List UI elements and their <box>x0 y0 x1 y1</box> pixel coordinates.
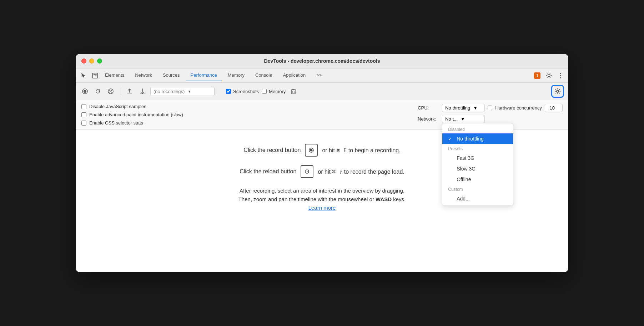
recordings-dropdown[interactable]: (no recordings) ▼ <box>150 87 215 96</box>
disable-js-label: Disable JavaScript samples <box>89 104 146 109</box>
dropdown-add[interactable]: Add... <box>442 193 513 204</box>
svg-point-6 <box>560 75 561 76</box>
maximize-button[interactable] <box>97 58 102 63</box>
instruction-reload-mid: or hit ⌘ ⇧ to record the page load. <box>318 168 404 175</box>
dropdown-custom-label: Custom <box>442 185 513 193</box>
dropdown-add-label: Add... <box>457 196 470 202</box>
network-throttle-arrow: ▼ <box>461 116 465 122</box>
reload-button[interactable] <box>93 86 103 96</box>
capture-settings-button[interactable] <box>551 85 564 98</box>
css-selector-checkbox[interactable] <box>81 121 86 126</box>
hardware-concurrency-input[interactable]: 10 <box>545 104 563 112</box>
dropdown-fast-3g[interactable]: Fast 3G <box>442 153 513 163</box>
disable-js-row: Disable JavaScript samples <box>81 104 183 109</box>
instruction-line2: Then, zoom and pan the timeline with the… <box>238 196 374 202</box>
settings-checkboxes: Disable JavaScript samples Enable advanc… <box>81 104 183 126</box>
check-icon: ✓ <box>448 136 454 142</box>
svg-rect-1 <box>92 73 97 78</box>
network-throttle-button[interactable]: No t... ▼ <box>442 115 485 123</box>
svg-rect-0 <box>81 73 82 74</box>
instruction-block: After recording, select an area of inter… <box>238 187 406 212</box>
tab-bar-right: 1 <box>532 71 565 81</box>
screenshots-checkbox[interactable] <box>226 89 231 94</box>
tab-memory[interactable]: Memory <box>223 70 250 81</box>
instruction-bold: WASD <box>376 196 392 202</box>
svg-point-7 <box>560 77 561 78</box>
record-btn-icon <box>305 144 318 157</box>
svg-point-4 <box>548 75 550 77</box>
trash-icon[interactable] <box>288 86 298 96</box>
memory-checkbox-group: Memory <box>262 89 286 94</box>
inspect-icon[interactable] <box>90 71 100 81</box>
learn-more-link[interactable]: Learn more <box>308 205 336 211</box>
tabs: Elements Network Sources Performance Mem… <box>100 70 532 81</box>
cpu-label: CPU: <box>418 105 439 111</box>
cpu-throttle-row: CPU: No throttling ▼ Hardware concurrenc… <box>418 104 563 112</box>
instruction-record-row: Click the record button or hit ⌘ E to be… <box>243 144 400 157</box>
tab-application[interactable]: Application <box>278 70 311 81</box>
css-selector-label: Enable CSS selector stats <box>89 120 143 126</box>
advanced-paint-checkbox[interactable] <box>81 112 86 117</box>
tab-sources[interactable]: Sources <box>158 70 185 81</box>
settings-panel: Disable JavaScript samples Enable advanc… <box>76 100 568 129</box>
screenshots-label: Screenshots <box>233 89 259 94</box>
instruction-record-pre: Click the record button <box>243 147 301 153</box>
cpu-throttle-arrow: ▼ <box>473 105 478 111</box>
hardware-concurrency-label: Hardware concurrency <box>495 105 542 111</box>
advanced-paint-row: Enable advanced paint instrumentation (s… <box>81 112 183 117</box>
hardware-concurrency-checkbox[interactable] <box>488 106 492 110</box>
tab-console[interactable]: Console <box>250 70 277 81</box>
notification-badge[interactable]: 1 <box>532 72 543 80</box>
instruction-end: keys. <box>393 196 406 202</box>
settings-right-panel: CPU: No throttling ▼ Hardware concurrenc… <box>418 104 563 123</box>
dropdown-slow-3g[interactable]: Slow 3G <box>442 163 513 174</box>
network-throttle-dropdown: Disabled ✓ No throttling Presets Fast 3G <box>442 123 513 206</box>
tab-network[interactable]: Network <box>130 70 157 81</box>
download-button[interactable] <box>137 86 147 96</box>
tab-elements[interactable]: Elements <box>100 70 129 81</box>
traffic-lights <box>81 58 102 63</box>
dropdown-offline[interactable]: Offline <box>442 174 513 185</box>
dropdown-slow-3g-label: Slow 3G <box>457 166 476 172</box>
svg-rect-3 <box>95 74 96 75</box>
minimize-button[interactable] <box>89 58 94 63</box>
notification-icon: 1 <box>534 72 540 79</box>
tab-bar-icons <box>79 71 100 81</box>
reload-btn-icon <box>301 165 313 178</box>
cpu-throttle-button[interactable]: No throttling ▼ <box>442 104 485 112</box>
network-throttle-value: No t... <box>445 116 458 122</box>
cpu-throttle-field: No throttling ▼ <box>442 104 485 112</box>
cpu-throttle-value: No throttling <box>445 105 470 111</box>
svg-point-5 <box>560 73 561 74</box>
svg-point-14 <box>310 149 313 152</box>
more-icon[interactable] <box>555 71 565 81</box>
network-throttle-row: Network: No t... ▼ Disabled ✓ No throttl… <box>418 115 563 123</box>
instruction-record-mid: or hit ⌘ E to begin a recording. <box>322 147 400 154</box>
cursor-icon[interactable] <box>79 71 89 81</box>
record-button[interactable] <box>80 86 90 96</box>
instruction-reload-pre: Click the reload button <box>240 168 296 175</box>
memory-checkbox[interactable] <box>262 89 267 94</box>
dropdown-no-throttling-label: No throttling <box>457 136 483 142</box>
advanced-paint-label: Enable advanced paint instrumentation (s… <box>89 112 183 117</box>
close-button[interactable] <box>81 58 86 63</box>
tab-bar: Elements Network Sources Performance Mem… <box>76 68 568 83</box>
svg-point-12 <box>557 90 559 92</box>
dropdown-no-throttling[interactable]: ✓ No throttling <box>442 133 513 144</box>
upload-button[interactable] <box>125 86 135 96</box>
dropdown-fast-3g-label: Fast 3G <box>457 155 474 161</box>
instruction-line1: After recording, select an area of inter… <box>240 188 404 194</box>
toolbar-divider-1 <box>120 88 120 95</box>
clear-button[interactable] <box>106 86 116 96</box>
window-title: DevTools - developer.chrome.com/docs/dev… <box>81 58 563 64</box>
svg-rect-11 <box>291 90 296 90</box>
tab-performance[interactable]: Performance <box>186 70 222 81</box>
dropdown-presets-label: Presets <box>442 144 513 153</box>
tab-more[interactable]: >> <box>311 70 327 81</box>
disable-js-checkbox[interactable] <box>81 104 86 109</box>
svg-point-9 <box>84 90 86 93</box>
memory-label: Memory <box>269 89 286 94</box>
svg-rect-2 <box>94 74 95 75</box>
screenshots-checkbox-group: Screenshots <box>226 89 259 94</box>
settings-icon[interactable] <box>544 71 554 81</box>
